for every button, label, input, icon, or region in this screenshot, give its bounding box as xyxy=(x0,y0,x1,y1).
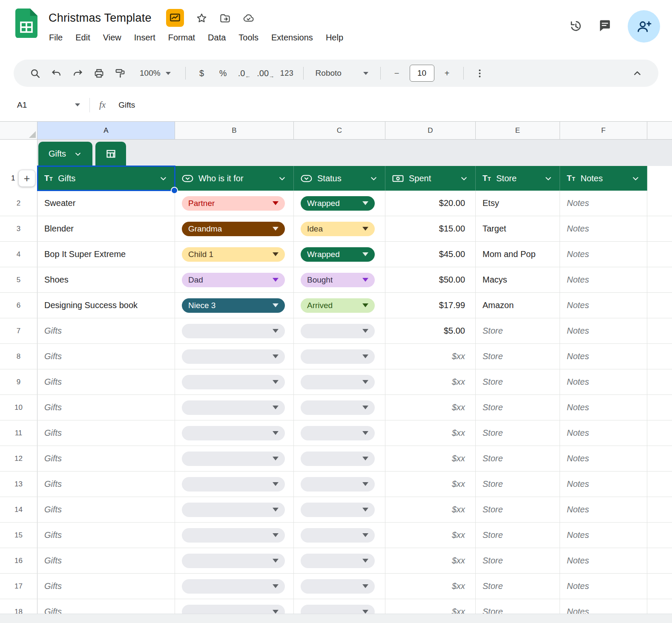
cell-spent[interactable]: $xx xyxy=(385,369,476,394)
row-header-11[interactable]: 11 xyxy=(0,420,37,446)
cell-notes[interactable]: Notes xyxy=(560,293,647,318)
menu-tools[interactable]: Tools xyxy=(232,30,265,46)
cell-store[interactable]: Store xyxy=(476,369,560,394)
cell-who[interactable]: Partner xyxy=(175,191,294,216)
cell-store[interactable]: Store xyxy=(476,472,560,497)
cell-store[interactable]: Mom and Pop xyxy=(476,242,560,267)
table-tab-gifts[interactable]: Gifts xyxy=(38,142,92,166)
status-chip[interactable] xyxy=(301,554,375,568)
row-header-2[interactable]: 2 xyxy=(0,191,37,216)
cell-gift[interactable]: Designing Success book xyxy=(37,293,175,318)
cell-gift[interactable]: Gifts xyxy=(37,318,175,343)
status-chip[interactable] xyxy=(301,324,375,338)
menu-data[interactable]: Data xyxy=(201,30,232,46)
cell-gift[interactable]: Blender xyxy=(37,216,175,241)
column-header-B[interactable]: B xyxy=(175,122,294,140)
cell-store[interactable]: Target xyxy=(476,216,560,241)
row-header-7[interactable]: 7 xyxy=(0,318,37,343)
status-chip[interactable] xyxy=(301,579,375,594)
table-header-status[interactable]: Status xyxy=(294,166,385,191)
menu-edit[interactable]: Edit xyxy=(69,30,96,46)
cell-notes[interactable]: Notes xyxy=(560,548,647,573)
cell-who[interactable]: Child 1 xyxy=(175,242,294,267)
share-button[interactable] xyxy=(628,10,660,43)
status-chip[interactable] xyxy=(301,503,375,517)
menu-view[interactable]: View xyxy=(97,30,128,46)
table-header-who-is-it-for[interactable]: Who is it for xyxy=(175,166,294,191)
move-folder-icon[interactable] xyxy=(219,12,231,24)
status-chip[interactable]: Wrapped xyxy=(301,247,375,262)
who-chip[interactable] xyxy=(182,400,285,415)
table-header-notes[interactable]: TTNotes xyxy=(560,166,647,191)
cell-status[interactable] xyxy=(294,574,385,599)
who-chip[interactable] xyxy=(182,579,285,594)
who-chip[interactable] xyxy=(182,324,285,338)
who-chip[interactable]: Grandma xyxy=(182,222,285,236)
cell-who[interactable]: Niece 3 xyxy=(175,293,294,318)
who-chip[interactable] xyxy=(182,426,285,440)
table-header-spent[interactable]: Spent xyxy=(385,166,476,191)
row-header-12[interactable]: 12 xyxy=(0,446,37,471)
who-chip[interactable] xyxy=(182,554,285,568)
cell-gift[interactable]: Gifts xyxy=(37,395,175,420)
cell-who[interactable] xyxy=(175,548,294,573)
cell-notes[interactable]: Notes xyxy=(560,574,647,599)
cell-spent[interactable]: $xx xyxy=(385,420,476,446)
status-chip[interactable]: Bought xyxy=(301,273,375,287)
cell-store[interactable]: Store xyxy=(476,318,560,343)
menu-help[interactable]: Help xyxy=(319,30,350,46)
cell-notes[interactable]: Notes xyxy=(560,344,647,369)
status-chip[interactable] xyxy=(301,400,375,415)
status-chip[interactable]: Arrived xyxy=(301,298,375,313)
menu-extensions[interactable]: Extensions xyxy=(265,30,319,46)
cell-status[interactable] xyxy=(294,472,385,497)
status-chip[interactable] xyxy=(301,375,375,389)
cell-spent[interactable]: $xx xyxy=(385,497,476,522)
cell-who[interactable]: Grandma xyxy=(175,216,294,241)
cell-store[interactable]: Store xyxy=(476,574,560,599)
undo-icon[interactable] xyxy=(46,63,66,83)
cloud-status-icon[interactable] xyxy=(243,12,254,24)
cell-store[interactable]: Store xyxy=(476,344,560,369)
cell-status[interactable] xyxy=(294,548,385,573)
cell-spent[interactable]: $xx xyxy=(385,472,476,497)
cell-store[interactable]: Etsy xyxy=(476,191,560,216)
cell-spent[interactable]: $xx xyxy=(385,523,476,548)
cell-who[interactable]: Dad xyxy=(175,267,294,292)
who-chip[interactable] xyxy=(182,349,285,364)
horizontal-scrollbar[interactable] xyxy=(0,614,672,623)
cell-notes[interactable]: Notes xyxy=(560,216,647,241)
row-header-8[interactable]: 8 xyxy=(0,344,37,369)
cell-store[interactable]: Store xyxy=(476,395,560,420)
status-chip[interactable] xyxy=(301,349,375,364)
print-icon[interactable] xyxy=(89,63,109,83)
status-chip[interactable] xyxy=(301,426,375,440)
cell-gift[interactable]: Shoes xyxy=(37,267,175,292)
cell-store[interactable]: Store xyxy=(476,548,560,573)
cell-gift[interactable]: Gifts xyxy=(37,344,175,369)
column-header-D[interactable]: D xyxy=(385,122,476,140)
cell-spent[interactable]: $xx xyxy=(385,344,476,369)
menu-format[interactable]: Format xyxy=(162,30,201,46)
cell-who[interactable] xyxy=(175,523,294,548)
cell-notes[interactable]: Notes xyxy=(560,369,647,394)
cell-spent[interactable]: $xx xyxy=(385,548,476,573)
cell-gift[interactable]: Gifts xyxy=(37,446,175,471)
status-chip[interactable]: Wrapped xyxy=(301,196,375,211)
cell-gift[interactable]: Gifts xyxy=(37,548,175,573)
cell-gift[interactable]: Gifts xyxy=(37,497,175,522)
who-chip[interactable]: Dad xyxy=(182,273,285,287)
who-chip[interactable] xyxy=(182,528,285,543)
cell-who[interactable] xyxy=(175,574,294,599)
row-header-15[interactable]: 15 xyxy=(0,523,37,548)
row-header-4[interactable]: 4 xyxy=(0,242,37,267)
row-header-17[interactable]: 17 xyxy=(0,574,37,599)
row-header-16[interactable]: 16 xyxy=(0,548,37,573)
more-options-icon[interactable] xyxy=(470,63,490,83)
cell-spent[interactable]: $50.00 xyxy=(385,267,476,292)
cell-store[interactable]: Macys xyxy=(476,267,560,292)
version-history-icon[interactable] xyxy=(569,19,582,34)
table-header-store[interactable]: TTStore xyxy=(476,166,560,191)
cell-status[interactable] xyxy=(294,369,385,394)
font-size-input[interactable]: 10 xyxy=(410,65,434,82)
